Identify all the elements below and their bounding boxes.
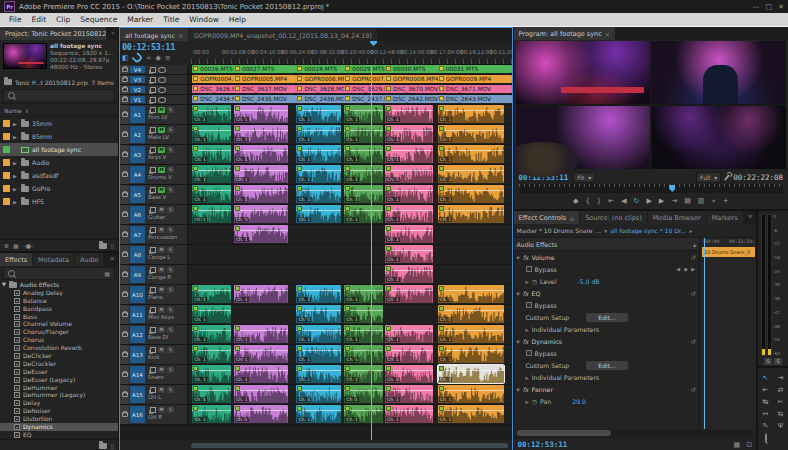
track-select-forward-tool[interactable]: ⇥ [778,374,784,382]
audio-lane[interactable]: Ch. 1Ch. 1Ch. 1Ch. 1 [188,305,512,324]
audio-clip[interactable]: Ch. 1 [234,345,288,363]
param-individual-parameters[interactable]: ▸Individual Parameters [514,371,699,383]
solo-button[interactable]: S [167,327,174,333]
track-lock[interactable] [120,345,129,364]
track-lock[interactable] [120,65,129,74]
video-clip[interactable]: DSC_2642.MOV [385,95,441,103]
sync-lock-icon[interactable] [150,387,156,393]
audio-clip[interactable]: Ch. 1 [296,405,341,423]
volume-rubber-band[interactable] [438,290,504,291]
solo-button[interactable]: S [167,147,174,153]
audio-lane[interactable]: Ch. 1Ch. 1Ch. 1Ch. 1Ch. 1Ch. 1 [188,145,512,164]
audio-clip[interactable]: Ch. 1 [385,225,433,243]
track-label[interactable]: A13 [130,346,145,363]
effect-item[interactable]: Chorus/Flanger [0,328,118,336]
param-bypass[interactable]: Bypass [514,299,699,311]
param-value[interactable]: -5.0 dB [577,278,599,285]
audio-clip[interactable]: Ch. 1 [438,385,504,403]
audio-lane[interactable]: Ch. 1Ch. 1Ch. 1Ch. 1Ch. 1Ch. 1 [188,205,512,224]
track-output-eye-icon[interactable] [158,77,166,83]
audio-clip[interactable]: Ch. 1 [344,145,383,163]
param-value[interactable]: 29.0 [572,398,586,405]
sync-lock-icon[interactable] [150,97,156,103]
bin-path[interactable]: Tonic P...t 20150812.prproj [15,79,88,86]
timeline-timecode[interactable]: 00:12:53:11 [122,42,189,52]
audio-clip[interactable]: Ch. 1 [438,325,504,343]
sync-lock-icon[interactable] [150,267,156,273]
volume-rubber-band[interactable] [438,170,504,171]
volume-rubber-band[interactable] [438,330,504,331]
go-to-out-icon[interactable]: ⇥ [671,197,677,205]
zoom-level-select[interactable]: Fit▾ [573,172,595,183]
volume-rubber-band[interactable] [296,190,341,191]
effects-search-input[interactable]: ▦ [3,267,115,280]
track-label[interactable]: V1 [130,96,145,103]
track-header-v3[interactable]: V3 [120,75,188,84]
audio-clip[interactable]: Ch. 1 [344,285,383,303]
volume-rubber-band[interactable] [385,110,433,111]
track-lock[interactable] [120,95,129,104]
sync-lock-icon[interactable] [150,167,156,173]
tab-media-browser[interactable]: Media Browser [648,211,706,224]
tab-effect-controls[interactable]: Effect Controls≡ [514,211,580,224]
video-clip[interactable]: DSC_2434.MOV [192,95,239,103]
solo-button[interactable]: S [167,267,174,273]
video-clip[interactable]: DSC_2435.MOV [234,95,296,103]
track-output-eye-icon[interactable] [158,67,166,73]
audio-clip[interactable]: Ch. 1 [385,245,433,263]
mute-button[interactable]: M [158,367,165,373]
volume-rubber-band[interactable] [296,130,341,131]
video-lane[interactable]: DSC_2434.MOVDSC_2435.MOVDSC_2436.MOVDSC_… [188,95,512,104]
audio-clip[interactable]: Ch. 1 [296,125,341,143]
track-lock[interactable] [120,185,129,204]
multicam-quad-view[interactable] [516,41,786,169]
track-lock[interactable] [120,85,129,94]
audio-clip[interactable]: Ch. 1 [296,105,341,123]
sync-lock-icon[interactable] [150,87,156,93]
track-label[interactable]: A10 [130,286,145,303]
extract-icon[interactable]: ▥ [698,197,705,205]
effect-item[interactable]: DeEsser [0,368,118,376]
solo-button[interactable]: S [167,167,174,173]
effect-item[interactable]: EQ [0,431,118,439]
effect-item[interactable]: Convolution Reverb [0,344,118,352]
edit-button[interactable]: Edit... [586,361,627,370]
track-lock[interactable] [120,305,129,324]
sync-lock-icon[interactable] [150,67,156,73]
video-clip[interactable]: DSC_3627.MOV [234,85,296,93]
effect-group-panner[interactable]: ▾fxPanner↺ [514,383,699,395]
mute-button[interactable]: M [158,127,165,133]
effect-item[interactable]: DeHummer (Legacy) [0,391,118,399]
menu-clip[interactable]: Clip [51,15,75,24]
add-button-icon[interactable]: + [723,197,729,205]
delete-icon[interactable]: ▯ [111,442,114,449]
volume-rubber-band[interactable] [234,170,288,171]
volume-rubber-band[interactable] [385,390,433,391]
panel-overflow-icon[interactable]: » [108,27,118,40]
video-clip[interactable]: 00031.MTS [438,65,512,73]
volume-rubber-band[interactable] [234,290,288,291]
track-label[interactable]: A14 [130,366,145,383]
effect-item[interactable]: Channel Volume [0,320,118,328]
razor-tool[interactable]: ✂ [778,398,784,406]
audio-clip[interactable]: Ch. 1 [192,285,231,303]
monitor-scrubber[interactable] [519,184,783,193]
track-lock[interactable] [120,385,129,404]
audio-clip[interactable]: Ch. 1 [344,325,383,343]
collapse-icon[interactable]: ▴ [693,241,696,248]
audio-clip[interactable]: Ch. 1 [192,325,231,343]
video-clip[interactable]: DSC_3628.MOV [296,85,349,93]
effect-item[interactable]: DeNoiser [0,407,118,415]
video-clip[interactable]: GOPR0005.MP4 [234,75,296,83]
track-label[interactable]: V2 [130,86,145,93]
volume-rubber-band[interactable] [438,410,504,411]
volume-rubber-band[interactable] [385,370,433,371]
mute-button[interactable]: M [158,207,165,213]
track-label[interactable]: A9 [130,266,145,283]
timeline-settings-icon[interactable]: ≡ [165,54,171,62]
audio-clip[interactable]: Ch. 1 [385,365,433,383]
video-clip[interactable]: GOPR0006.MP4 [296,75,349,83]
tab-markers[interactable]: Markers [707,211,743,224]
track-lock[interactable] [120,105,129,124]
video-clip[interactable]: DSC_2436.MOV [296,95,349,103]
